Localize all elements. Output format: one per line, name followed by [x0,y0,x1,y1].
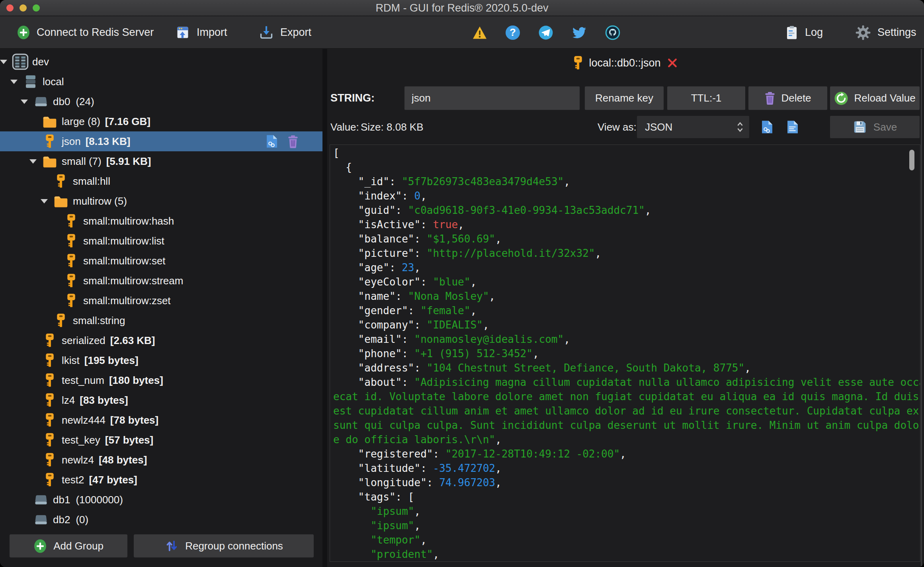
tree-item-lz4[interactable]: lz4[83 bytes] [0,390,322,410]
updown-arrows-icon [164,539,179,553]
db-icon [33,494,49,506]
tree-item-dev[interactable]: dev [0,52,322,72]
key-size-badge: [5.91 KB] [106,155,151,168]
app-window: RDM - GUI for Redis® 2020.5.0-dev Connec… [0,0,924,567]
log-label: Log [805,26,823,39]
db-icon [33,96,49,108]
delete-key-button[interactable]: Delete [748,86,827,110]
connect-label: Connect to Redis Server [37,26,154,39]
doc-link-icon[interactable] [266,134,278,149]
tree-item-db2[interactable]: db2(0) [0,510,322,530]
key-name-input[interactable] [404,86,580,110]
tree-item-local[interactable]: local [0,72,322,92]
tree-item-db1[interactable]: db1(1000000) [0,490,322,510]
tree-item-small-multirow-hash[interactable]: small:multirow:hash [0,211,322,231]
doc-text-icon[interactable] [787,120,799,134]
rename-key-button[interactable]: Rename key [585,86,664,110]
view-as-select[interactable]: JSON [637,116,749,138]
tree-item-small-multirow-set[interactable]: small:multirow:set [0,251,322,271]
code-line: "proident", [333,547,920,561]
tree-item-small-string[interactable]: small:string [0,311,322,330]
tree-item-label: multirow (5) [73,195,127,207]
add-group-button[interactable]: Add Group [10,534,127,557]
key-count: (24) [76,96,94,108]
tree-item-multirow[interactable]: multirow (5) [0,191,322,211]
expand-arrow-icon[interactable] [21,100,33,104]
tree-item-label: db1 [53,494,70,506]
help-icon[interactable]: ? [506,25,520,40]
window-title: RDM - GUI for Redis® 2020.5.0-dev [0,0,924,16]
tree-item-small-multirow-zset[interactable]: small:multirow:zset [0,291,322,311]
connections-sidebar: devlocaldb0(24)large (8)[7.16 GB]json[8.… [0,49,322,567]
server-icon [22,74,39,89]
code-line: "ipsum", [333,504,920,518]
tree-item-lkist[interactable]: lkist[195 bytes] [0,350,322,370]
tree-item-newlz4[interactable]: newlz4[48 bytes] [0,450,322,470]
sidebar-splitter[interactable] [322,49,327,567]
code-line: "tempor", [333,533,920,547]
trash-icon[interactable] [287,135,299,148]
telegram-icon[interactable] [538,25,553,40]
tree-item-newlz444[interactable]: newlz444[78 bytes] [0,410,322,430]
tree-item-serialized[interactable]: serialized[2.63 KB] [0,330,322,350]
tree-item-json[interactable]: json[8.13 KB] [0,131,322,151]
tree-item-small[interactable]: small (7)[5.91 KB] [0,151,322,171]
doc-link-icon[interactable] [761,120,773,134]
value-viewer[interactable]: [ { "_id": "5f7b26973c483ea3479d4e53", "… [330,145,920,562]
tree-item-small-hll[interactable]: small:hll [0,171,322,191]
settings-button[interactable]: Settings [855,16,916,49]
zoom-window-button[interactable] [33,4,40,12]
tree-item-test2[interactable]: test2[47 bytes] [0,470,322,490]
key-icon [41,412,58,428]
key-size-badge: [47 bytes] [89,474,137,486]
close-window-button[interactable] [6,4,14,12]
regroup-connections-button[interactable]: Regroup connections [134,534,314,557]
expand-arrow-icon[interactable] [41,199,53,203]
tree-item-label: large (8) [62,115,100,128]
close-tab-icon[interactable] [666,57,678,69]
tree-item-label: json [62,135,81,148]
reload-value-button[interactable]: Reload Value [830,86,920,110]
code-line: "company": "IDEALIS", [333,318,920,332]
import-button[interactable]: Import [175,16,227,49]
save-button[interactable]: Save [830,116,920,138]
expand-arrow-icon[interactable] [0,60,12,64]
tree-item-label: small:hll [73,175,110,188]
reload-value-label: Reload Value [854,92,915,104]
key-size-badge: [7.16 GB] [105,115,150,128]
ttl-button[interactable]: TTL:-1 [667,86,745,110]
key-icon [41,332,58,348]
warning-icon[interactable] [472,26,487,39]
tree-item-label: small:string [73,315,125,327]
code-line: "about": "Adipisicing magna cillum cupid… [333,375,920,389]
tree-item-test_key[interactable]: test_key[57 bytes] [0,430,322,450]
rename-key-label: Rename key [595,92,653,104]
editor-scrollbar[interactable] [909,150,914,170]
log-button[interactable]: Log [785,16,823,49]
window-controls [6,4,40,12]
tree-item-small-multirow-stream[interactable]: small:multirow:stream [0,271,322,291]
expand-arrow-icon[interactable] [10,80,22,84]
json-content: [ { "_id": "5f7b26973c483ea3479d4e53", "… [333,146,920,561]
tree-item-small-multirow-list[interactable]: small:multirow:list [0,231,322,251]
tree-item-label: small:multirow:hash [83,215,174,227]
github-icon[interactable] [605,25,620,40]
tree-item-large[interactable]: large (8)[7.16 GB] [0,111,322,131]
key-icon [41,133,58,149]
tree-item-label: lkist [62,354,80,367]
connect-to-redis-server-button[interactable]: Connect to Redis Server [17,16,154,49]
export-button[interactable]: Export [259,16,311,49]
tab-local-db0-json[interactable]: local::db0::json [589,57,660,69]
export-label: Export [280,26,311,39]
ttl-label: TTL:-1 [691,92,722,104]
cluster-icon [12,53,29,70]
key-icon [63,273,80,289]
folder-icon [53,195,69,207]
tree-item-label: local [43,76,64,88]
main-toolbar: Connect to Redis Server Import Export ? … [0,16,924,49]
tree-item-db0[interactable]: db0(24) [0,92,322,111]
expand-arrow-icon[interactable] [29,159,41,164]
minimize-window-button[interactable] [20,4,27,12]
twitter-icon[interactable] [572,26,587,39]
tree-item-test_num[interactable]: test_num[180 bytes] [0,370,322,390]
